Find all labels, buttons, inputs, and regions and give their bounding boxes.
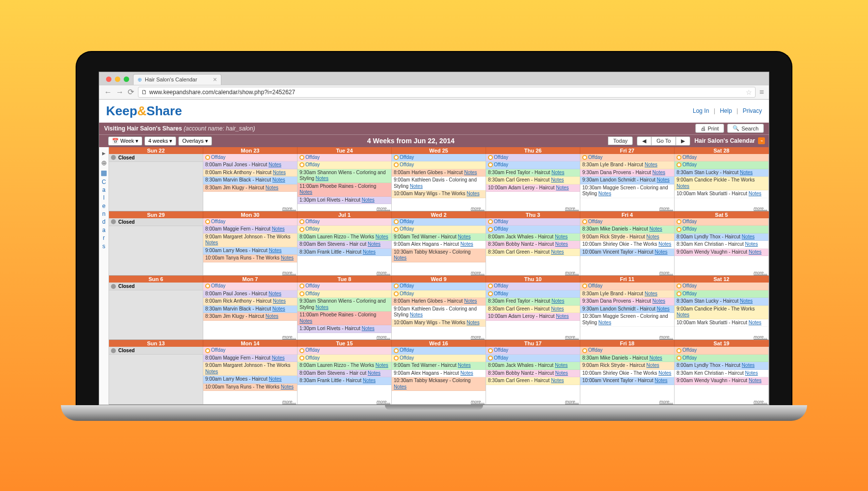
calendar-event[interactable]: 10:30am Maggie Screen - Coloring and Sty… [580,184,674,198]
offday-event[interactable]: Offday [392,290,486,298]
url-field[interactable]: 🗋 www.keepandshare.com/calendar/show.php… [138,87,756,98]
notes-link[interactable]: Notes [363,249,376,255]
calendar-event[interactable]: 8:30am Mike Daniels - Haircut Notes [580,226,674,233]
calendar-event[interactable]: 8:00am Harlen Globes - Haircut Notes [392,169,486,177]
calendar-event[interactable]: 8:30am Carl Green - Haircut Notes [486,249,580,257]
notes-link[interactable]: Notes [394,255,407,260]
day-cell[interactable]: Offday8:30am Mike Daniels - Haircut Note… [580,218,675,275]
calendar-event[interactable]: 10:00am Vincent Taylor - Haircut Notes [580,377,674,385]
offday-event[interactable]: Offday [486,226,580,233]
more-link[interactable]: more... [754,206,767,211]
calendar-event[interactable]: 9:00am Rick Stryde - Haircut Notes [580,233,674,241]
notes-link[interactable]: Notes [205,369,218,374]
notes-link[interactable]: Notes [551,378,564,383]
calendar-event[interactable]: 8:30am Stan Lucky - Haircut Notes [675,298,768,306]
day-header[interactable]: Sat 28 [675,147,769,154]
help-link[interactable]: Help [720,107,732,114]
notes-link[interactable]: Notes [740,170,753,175]
notes-link[interactable]: Notes [555,241,568,247]
range-dropdown[interactable]: 4 weeks ▾ [144,136,176,146]
calendar-event[interactable]: 8:00am Lauren Rizzo - The Works Notes [298,362,391,370]
offday-event[interactable]: Offday [580,283,674,290]
day-cell[interactable]: Offday8:30am Lyle Brand - Haircut Notes9… [580,154,675,211]
offday-event[interactable]: Offday [675,290,768,298]
day-cell[interactable]: OffdayOffday9:00am Ted Warner - Haircut … [392,218,486,275]
calendar-event[interactable]: 10:00am Mark Sburlatti - Haircut Notes [675,190,768,198]
more-link[interactable]: more... [377,206,390,211]
notes-link[interactable]: Notes [749,378,761,383]
notes-link[interactable]: Notes [281,384,294,389]
calendar-event[interactable]: 10:30am Maggie Screen - Coloring and Sty… [580,313,674,327]
calendar-event[interactable]: 11:00am Phoebe Raines - Coloring Notes [298,183,391,197]
notes-link[interactable]: Notes [464,298,477,304]
day-cell[interactable]: Offday8:00am Maggie Fern - Haircut Notes… [203,218,298,275]
day-header[interactable]: Sun 29 [109,211,203,218]
calendar-event[interactable]: 10:00am Adam Leroy - Haircut Notes [486,313,580,321]
offday-event[interactable]: Offday [392,347,486,355]
day-cell[interactable]: OffdayOffday8:00am Harlen Globes - Hairc… [392,283,486,339]
more-link[interactable]: more... [565,335,579,339]
more-link[interactable]: more... [659,335,673,339]
notes-link[interactable]: Notes [657,306,670,311]
day-header[interactable]: Fri 4 [580,211,675,218]
calendar-event[interactable]: 8:30am Jim Klugy - Haircut Notes [203,184,297,192]
notes-link[interactable]: Notes [269,291,281,296]
calendar-event[interactable]: 9:00am Candice Pickle - The Works Notes [675,177,768,190]
more-link[interactable]: more... [471,335,485,339]
notes-link[interactable]: Notes [272,306,285,311]
notes-link[interactable]: Notes [316,176,328,181]
day-cell[interactable]: OffdayOffday8:30am Stan Lucky - Haircut … [675,154,769,211]
bookmark-star-icon[interactable]: ☆ [746,88,752,96]
notes-link[interactable]: Notes [745,241,758,247]
calendar-event[interactable]: 8:30am Ken Christian - Haircut Notes [675,241,768,249]
day-header[interactable]: Tue 15 [298,340,392,347]
more-link[interactable]: more... [659,206,673,211]
notes-link[interactable]: Notes [598,191,611,196]
day-header[interactable]: Mon 23 [203,147,298,154]
day-cell[interactable]: Closed [109,347,203,404]
more-link[interactable]: more... [282,399,296,404]
day-cell[interactable]: OffdayOffday8:00am Lyndly Thox - Haircut… [675,347,769,404]
calendar-event[interactable]: 8:00am Maggie Fern - Haircut Notes [203,226,297,233]
more-link[interactable]: more... [565,270,579,275]
calendar-event[interactable]: 8:30am Carl Green - Haircut Notes [486,177,580,184]
window-controls[interactable] [104,77,133,85]
calendar-event[interactable]: 9:00am Margaret Johnson - The Works Note… [203,362,297,376]
calendar-event[interactable]: 1:30pm Lori Rivets - Haircut Notes [298,325,391,333]
calendar-event[interactable]: 8:00am Harlen Globes - Haircut Notes [392,298,486,306]
more-link[interactable]: more... [471,399,485,404]
notes-link[interactable]: Notes [299,318,312,324]
calendar-event[interactable]: 8:30am Marvin Black - Haircut Notes [203,306,297,313]
notes-link[interactable]: Notes [299,189,312,195]
offday-event[interactable]: Offday [486,347,580,355]
calendar-event[interactable]: 8:30am Jim Klugy - Haircut Notes [203,313,297,321]
offday-event[interactable]: Offday [392,355,486,362]
notes-link[interactable]: Notes [657,177,670,182]
day-header[interactable]: Fri 27 [580,147,675,154]
day-cell[interactable]: Offday8:00am Maggie Fern - Haircut Notes… [203,347,298,404]
day-header[interactable]: Sun 13 [109,340,203,347]
calendar-event[interactable]: 9:30am Landon Schmidt - Haircut Notes [580,177,674,184]
calendar-event[interactable]: 10:30am Tabby Mckasey - Coloring Notes [392,249,486,262]
day-header[interactable]: Thu 26 [486,147,580,154]
notes-link[interactable]: Notes [376,234,388,239]
calendar-event[interactable]: 9:00am Margaret Johnson - The Works Note… [203,233,297,247]
calendar-event[interactable]: 8:00am Paul Jones - Haircut Notes [203,161,297,169]
goto-button[interactable]: Go To [651,136,676,146]
notes-link[interactable]: Notes [394,384,407,389]
notes-link[interactable]: Notes [205,240,218,245]
calendar-event[interactable]: 10:00am Mary Wigs - The Works Notes [392,319,486,327]
day-cell[interactable]: Offday8:30am Mike Daniels - Haircut Note… [580,347,675,404]
day-header[interactable]: Sat 5 [675,211,769,218]
calendar-event[interactable]: 9:30am Shannon Wiens - Corloring and Sty… [298,298,391,311]
offday-event[interactable]: Offday [392,218,486,226]
notes-link[interactable]: Notes [461,370,473,376]
calendar-event[interactable]: 9:30am Dana Provens - Haircut Notes [580,169,674,177]
calendar-event[interactable]: 9:00am Wendy Vaughn - Haircut Notes [675,377,768,385]
more-link[interactable]: more... [659,270,673,275]
day-cell[interactable]: OffdayOffday8:00am Harlen Globes - Hairc… [392,154,486,211]
notes-link[interactable]: Notes [266,313,278,319]
day-header[interactable]: Sat 19 [675,340,769,347]
menu-icon[interactable]: ≡ [760,88,764,97]
calendar-event[interactable]: 10:00am Vincent Taylor - Haircut Notes [580,249,674,257]
